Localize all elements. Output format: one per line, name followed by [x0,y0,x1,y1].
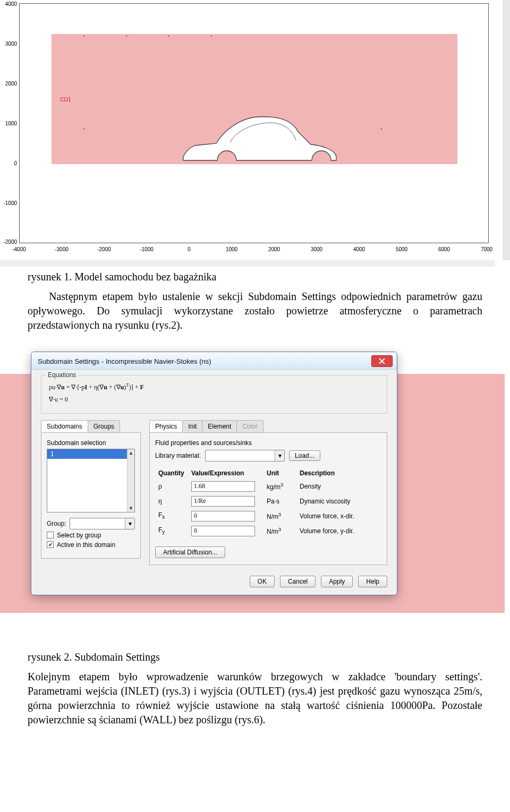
apply-button[interactable]: Apply [321,576,353,587]
xtick: -4000 [12,246,26,252]
xtick: 1000 [226,246,237,252]
chevron-up-icon[interactable]: ▲ [128,449,134,457]
right-tabs: Physics Init Element Color [149,420,387,432]
car-silhouette-icon [179,107,338,168]
viscosity-input[interactable] [191,496,255,507]
table-row: η Pa·s Dynamic viscosity [156,494,380,508]
artificial-diffusion-button[interactable]: Artificial Diffusion... [155,546,225,558]
ytick: 0 [0,160,17,166]
region-label-co1: CO1 [60,97,71,102]
dialog-title: Subdomain Settings - Incompressible Navi… [38,357,211,365]
quantity-cell: η [156,494,188,508]
xtick: 2000 [268,246,280,252]
left-tabs: Subdomains Groups [41,420,141,432]
checkbox-select-by-group[interactable]: Select by group [47,532,135,539]
col-value: Value/Expression [189,468,264,478]
ytick: -1000 [0,200,17,206]
figure-1-chart: 4000 3000 2000 1000 0 -1000 -2000 CO1 [0,0,510,260]
close-button[interactable] [371,355,393,367]
checkbox-active-in-domain[interactable]: ✔ Active in this domain [47,541,135,549]
tab-subdomains[interactable]: Subdomains [41,420,88,432]
col-description: Description [298,468,380,478]
library-material-combo[interactable]: ▾ [205,450,285,461]
desc-cell: Density [298,480,380,493]
xtick: 3000 [311,246,322,252]
xtick: -2000 [97,246,111,252]
checkbox-box [47,532,54,539]
tab-groups[interactable]: Groups [88,420,120,432]
subdomain-selection-label: Subdomain selection [47,439,135,447]
load-button[interactable]: Load... [289,450,320,461]
checkbox-label: Select by group [57,532,101,539]
fluid-props-header: Fluid properties and sources/sinks [155,439,381,447]
tab-element[interactable]: Element [202,420,237,432]
force-x-input[interactable] [191,511,255,522]
tab-physics[interactable]: Physics [149,420,183,432]
xtick: 0 [188,246,191,252]
xtick: 6000 [438,246,450,252]
ytick: 1000 [0,121,17,126]
desc-cell: Dynamic viscosity [298,494,380,508]
equation-1: ρu·∇u = ∇·[-pI + η(∇u + (∇u)T)] + F [49,381,379,394]
close-icon [378,357,386,365]
library-material-label: Library material: [155,452,201,459]
group-combo[interactable]: ▾ [70,518,135,529]
col-quantity: Quantity [156,468,188,478]
unit-cell: Pa·s [265,494,296,508]
unit-cell: N/m3 [265,524,296,538]
plot-area: CO1 [19,3,489,243]
group-label: Group: [47,520,66,527]
quantity-cell: Fy [156,524,188,538]
figure-1-caption: rysunek 1. Model samochodu bez bagażnika [28,270,482,284]
quantity-cell: ρ [156,480,188,493]
chevron-down-icon: ▾ [125,518,134,529]
tab-color: Color [236,420,264,432]
desc-cell: Volume force, x-dir. [298,509,380,523]
xtick: 5000 [396,246,407,252]
col-unit: Unit [265,468,296,478]
figure-2-area: Subdomain Settings - Incompressible Navi… [0,347,510,634]
paragraph-1: Następnym etapem było ustalenie w sekcji… [28,289,482,332]
xtick: -1000 [140,246,154,252]
table-row: ρ kg/m3 Density [156,480,380,493]
xtick: -3000 [55,246,69,252]
checkbox-label: Active in this domain [57,541,115,549]
subdomain-settings-dialog: Subdomain Settings - Incompressible Navi… [31,352,397,595]
ytick: 4000 [0,1,17,7]
scrollbar-horizontal[interactable] [0,260,495,267]
unit-cell: kg/m3 [265,480,296,493]
paragraph-2: Kolejnym etapem było wprowadzenie warunk… [28,670,482,727]
equation-2: ∇·u = 0 [49,394,379,406]
ok-button[interactable]: OK [250,576,275,587]
quantity-cell: Fx [156,509,188,523]
equations-group: Equations ρu·∇u = ∇·[-pI + η(∇u + (∇u)T)… [41,375,387,414]
density-input[interactable] [191,481,255,492]
equations-legend: Equations [46,371,78,379]
table-row: Fy N/m3 Volume force, y-dir. [156,524,380,538]
xtick: 7000 [481,246,492,252]
table-row: Fx N/m3 Volume force, x-dir. [156,509,380,523]
tab-init[interactable]: Init [182,420,202,432]
xtick: 4000 [353,246,365,252]
properties-table: Quantity Value/Expression Unit Descripti… [155,467,381,539]
desc-cell: Volume force, y-dir. [298,524,380,538]
figure-2-caption: rysunek 2. Subdomain Settings [28,650,482,664]
ytick: 3000 [0,41,17,47]
ytick: -2000 [0,239,17,245]
help-button[interactable]: Help [358,576,387,587]
chevron-down-icon[interactable]: ▼ [128,505,134,512]
subdomain-listbox[interactable]: 1 ▲ ▼ [47,449,135,512]
list-item[interactable]: 1 [47,449,134,459]
unit-cell: N/m3 [265,509,296,523]
scrollbar-vertical[interactable]: ▲ ▼ [127,449,134,512]
checkbox-box: ✔ [47,541,54,548]
cancel-button[interactable]: Cancel [280,576,316,587]
force-y-input[interactable] [191,526,255,536]
chevron-down-icon: ▾ [275,450,284,461]
ytick: 2000 [0,81,17,87]
